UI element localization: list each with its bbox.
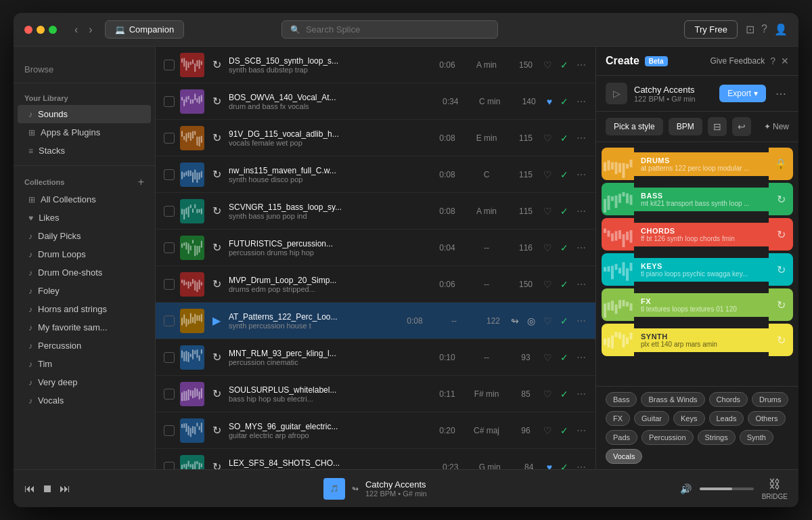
filter-tag-leads[interactable]: Leads (709, 411, 744, 426)
back-button[interactable]: ‹ (70, 21, 82, 39)
more-button[interactable]: ⋯ (773, 87, 789, 100)
create-track-fx[interactable]: FX tl textures loops textures 01 120 ↻ (602, 288, 793, 321)
close-traffic-light[interactable] (24, 26, 32, 34)
track-checkbox[interactable] (164, 425, 175, 436)
track-checkbox[interactable] (164, 462, 175, 470)
sidebar-item-daily-picks[interactable]: ♪ Daily Picks (18, 227, 151, 245)
sidebar-item-tim[interactable]: ♪ Tim (18, 355, 151, 373)
track-like-button[interactable]: ♥ (545, 460, 554, 470)
track-more-button[interactable]: ⋯ (575, 58, 587, 72)
track-add-button[interactable]: ✓ (559, 278, 570, 291)
track-like-button[interactable]: ♡ (542, 168, 554, 181)
track-play-button[interactable]: ▶ (210, 314, 223, 328)
track-like-button[interactable]: ♡ (542, 424, 554, 437)
track-checkbox[interactable] (164, 279, 175, 290)
filter-tag-drums[interactable]: Drums (752, 392, 788, 407)
track-row[interactable]: ▶ AT_Patterns_122_Perc_Loo... synth perc… (156, 303, 595, 339)
player-stop-button[interactable]: ⏹ (42, 483, 53, 495)
sidebar-item-sounds[interactable]: ♪ Sounds (18, 105, 151, 123)
track-play-button[interactable]: ↻ (210, 424, 223, 437)
bridge-button[interactable]: ⛓ BRIDGE (762, 477, 788, 500)
filter-tag-brass-winds[interactable]: Brass & Winds (641, 392, 704, 407)
filter-tag-keys[interactable]: Keys (673, 411, 704, 426)
filter-tag-vocals[interactable]: Vocals (606, 449, 642, 464)
sidebar-item-all-collections[interactable]: ⊞ All Collections (18, 190, 151, 209)
track-more-button[interactable]: ⋯ (575, 204, 587, 218)
track-add-button[interactable]: ✓ (559, 204, 570, 218)
screen-icon[interactable]: ⊡ (746, 23, 754, 36)
track-play-button[interactable]: ↻ (210, 241, 223, 255)
track-like-button[interactable]: ♡ (542, 131, 554, 145)
track-like-button[interactable]: ♡ (542, 278, 554, 291)
track-row[interactable]: ↻ SO_MYS_96_guitar_electric... guitar el… (156, 412, 595, 449)
track-queue-button[interactable]: ↬ (510, 314, 520, 328)
track-like-button[interactable]: ♡ (542, 241, 554, 255)
undo-icon-button[interactable]: ↩ (732, 117, 751, 136)
create-track-chords[interactable]: CHORDS ff bt 126 synth loop chords fmin … (602, 218, 793, 251)
create-track-synth[interactable]: SYNTH plx ett 140 arp mars amin ↻ (602, 324, 793, 356)
create-track-action-fx[interactable]: ↻ (769, 288, 793, 321)
track-more-button[interactable]: ⋯ (575, 351, 587, 364)
track-more-button[interactable]: ⋯ (575, 168, 587, 181)
new-button[interactable]: ✦ New (764, 122, 789, 131)
track-like-button[interactable]: ♡ (542, 387, 554, 401)
track-row[interactable]: ↻ BOS_OWVA_140_Vocal_At... drum and bass… (156, 83, 595, 120)
sidebar-item-vocals[interactable]: ♪ Vocals (18, 391, 151, 410)
filter-tag-bass[interactable]: Bass (606, 392, 637, 407)
sidebar-item-stacks[interactable]: ≡ Stacks (18, 142, 151, 160)
settings-icon-button[interactable]: ⊟ (708, 117, 727, 136)
track-add-button[interactable]: ✓ (559, 314, 570, 328)
track-checkbox[interactable] (164, 316, 175, 326)
sidebar-item-foley[interactable]: ♪ Foley (18, 282, 151, 300)
sidebar-item-horns-strings[interactable]: ♪ Horns and strings (18, 300, 151, 318)
filter-tag-fx[interactable]: FX (606, 411, 630, 426)
track-row[interactable]: ↻ 91V_DG_115_vocal_adlib_h... vocals fem… (156, 120, 595, 156)
track-play-button[interactable]: ↻ (210, 95, 223, 108)
filter-tag-pads[interactable]: Pads (606, 430, 637, 445)
track-more-button[interactable]: ⋯ (575, 241, 587, 255)
track-more-button[interactable]: ⋯ (575, 424, 587, 437)
track-similar-button[interactable]: ◎ (526, 314, 537, 328)
player-prev-button[interactable]: ⏮ (24, 483, 35, 495)
track-more-button[interactable]: ⋯ (575, 387, 587, 401)
maximize-traffic-light[interactable] (49, 26, 57, 34)
track-more-button[interactable]: ⋯ (575, 278, 587, 291)
create-track-action-drums[interactable]: 🔒 (769, 148, 793, 180)
track-like-button[interactable]: ♡ (542, 58, 554, 72)
track-add-button[interactable]: ✓ (559, 387, 570, 401)
sidebar-item-very-deep[interactable]: ♪ Very deep (18, 373, 151, 391)
sidebar-item-likes[interactable]: ♥ Likes (18, 209, 151, 227)
track-play-button[interactable]: ↻ (210, 131, 223, 145)
sidebar-item-drum-loops[interactable]: ♪ Drum Loops (18, 245, 151, 263)
search-input[interactable] (306, 24, 489, 35)
track-checkbox[interactable] (164, 169, 175, 180)
player-next-button[interactable]: ⏭ (60, 483, 70, 495)
track-row[interactable]: ↻ SOULSURPLUS_whitelabel... bass hip hop… (156, 376, 595, 412)
filter-tag-chords[interactable]: Chords (709, 392, 748, 407)
track-like-button[interactable]: ♡ (542, 351, 554, 364)
track-checkbox[interactable] (164, 206, 175, 217)
filter-tag-synth[interactable]: Synth (740, 430, 773, 445)
create-track-bass[interactable]: BASS mt kit21 transport bass synth loop … (602, 183, 793, 215)
create-track-keys[interactable]: KEYS tl piano loops psychic swagga key..… (602, 253, 793, 286)
search-bar[interactable]: 🔍 (281, 20, 498, 39)
track-like-button[interactable]: ♡ (542, 204, 554, 218)
forward-button[interactable]: › (85, 21, 96, 39)
user-icon[interactable]: 👤 (774, 23, 788, 36)
companion-tab[interactable]: 💻 Companion (105, 20, 185, 39)
create-track-drums[interactable]: DRUMS at patterns 122 perc loop modular … (602, 148, 793, 180)
track-play-button[interactable]: ↻ (210, 58, 223, 72)
pick-style-button[interactable]: Pick a style (606, 118, 663, 135)
track-add-button[interactable]: ✓ (559, 58, 570, 72)
filter-tag-guitar[interactable]: Guitar (634, 411, 669, 426)
track-row[interactable]: ↻ LEX_SFS_84_SHOTS_CHO... vocals hip hop… (156, 449, 595, 469)
sidebar-item-my-fav-sam[interactable]: ♪ My favorite sam... (18, 318, 151, 337)
track-add-button[interactable]: ✓ (559, 351, 570, 364)
track-add-button[interactable]: ✓ (559, 241, 570, 255)
track-play-button[interactable]: ↻ (210, 204, 223, 218)
track-row[interactable]: ↻ DS_SCB_150_synth_loop_s... synth bass … (156, 47, 595, 83)
track-checkbox[interactable] (164, 389, 175, 399)
track-checkbox[interactable] (164, 352, 175, 363)
sidebar-item-percussion[interactable]: ♪ Percussion (18, 337, 151, 355)
track-checkbox[interactable] (164, 133, 175, 144)
